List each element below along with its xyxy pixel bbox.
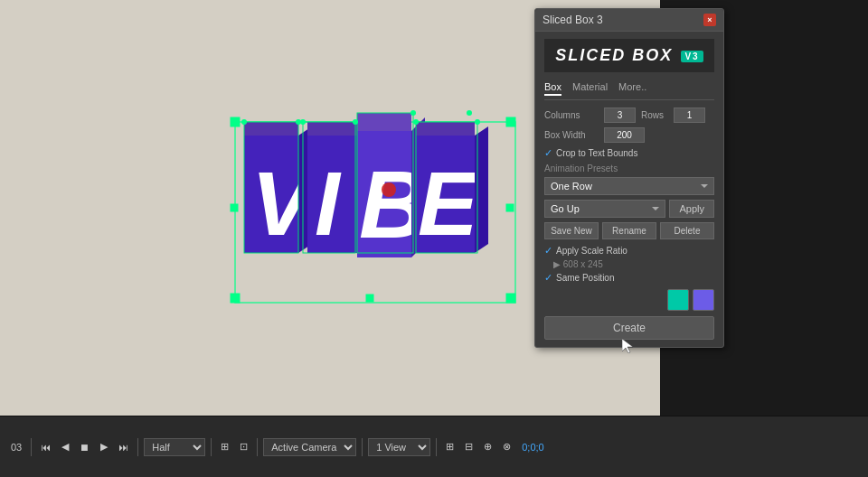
toolbar-icon-7[interactable]: ⊡ xyxy=(236,439,251,454)
preset-actions-row: Save New Rename Delete xyxy=(544,222,714,239)
svg-point-32 xyxy=(300,119,306,125)
svg-rect-3 xyxy=(231,294,240,303)
svg-point-33 xyxy=(353,119,358,125)
timecode: 0;0;0 xyxy=(518,440,547,454)
svg-rect-8 xyxy=(506,204,514,211)
same-position-label[interactable]: Same Position xyxy=(556,273,614,283)
dialog-close-button[interactable]: × xyxy=(703,14,716,26)
bottom-toolbar: 03 ⏮ ◀ ⏹ ▶ ⏭ Half Full Quarter ⊞ ⊡ Activ… xyxy=(0,416,868,477)
box-width-input[interactable] xyxy=(604,127,645,143)
toolbar-icon-3[interactable]: ⏹ xyxy=(76,440,93,454)
columns-row: Columns Rows xyxy=(544,108,714,123)
tab-material[interactable]: Material xyxy=(572,80,608,96)
toolbar-icon-5[interactable]: ⏭ xyxy=(115,440,132,454)
vibe-scene: V I B xyxy=(127,81,533,334)
toolbar-icon-9[interactable]: ⊟ xyxy=(461,439,476,454)
size-arrow-icon: ▶ xyxy=(553,259,561,269)
size-value: ▶ 608 x 245 xyxy=(553,259,714,269)
svg-rect-4 xyxy=(506,294,515,303)
tab-more[interactable]: More.. xyxy=(618,80,646,96)
crop-checkbox-row: ✓ Crop to Text Bounds xyxy=(544,147,714,159)
apply-button[interactable]: Apply xyxy=(669,200,714,218)
plugin-header: SLICED BOX V3 xyxy=(544,39,714,72)
camera-select[interactable]: Active Camera xyxy=(263,438,356,456)
separator-1 xyxy=(31,438,32,456)
box-width-label: Box Width xyxy=(544,130,599,140)
svg-point-36 xyxy=(413,119,419,125)
svg-rect-2 xyxy=(506,117,515,126)
separator-3 xyxy=(211,438,212,456)
dialog-titlebar[interactable]: Sliced Box 3 × xyxy=(535,9,723,32)
svg-marker-25 xyxy=(475,126,488,253)
go-up-dropdown[interactable]: Go Up xyxy=(544,200,665,218)
plugin-logo: SLICED BOX V3 xyxy=(555,46,703,64)
svg-marker-17 xyxy=(357,113,411,131)
toolbar-icon-4[interactable]: ▶ xyxy=(97,439,111,454)
delete-button[interactable]: Delete xyxy=(660,222,714,239)
svg-marker-9 xyxy=(244,122,298,136)
save-new-button[interactable]: Save New xyxy=(544,222,599,239)
svg-rect-7 xyxy=(231,204,238,211)
separator-2 xyxy=(137,438,138,456)
rename-button[interactable]: Rename xyxy=(602,222,656,239)
svg-point-34 xyxy=(410,110,416,116)
crop-check-icon: ✓ xyxy=(544,147,552,159)
same-position-check-icon: ✓ xyxy=(544,272,552,284)
box-width-row: Box Width xyxy=(544,127,714,143)
color-swatch-teal[interactable] xyxy=(667,289,689,311)
scale-ratio-label[interactable]: Apply Scale Ratio xyxy=(556,246,627,256)
svg-marker-13 xyxy=(307,122,357,136)
dialog-body: SLICED BOX V3 Box Material More.. Column… xyxy=(535,32,723,347)
color-swatch-purple[interactable] xyxy=(693,289,714,311)
create-button[interactable]: Create xyxy=(544,316,714,340)
tabs: Box Material More.. xyxy=(544,80,714,100)
dialog-title: Sliced Box 3 xyxy=(542,14,603,26)
columns-label: Columns xyxy=(544,110,599,120)
scale-ratio-row: ✓ Apply Scale Ratio xyxy=(544,245,714,257)
version-badge: V3 xyxy=(681,51,703,62)
svg-rect-6 xyxy=(366,295,373,302)
rows-label: Rows xyxy=(641,110,668,120)
separator-4 xyxy=(257,438,258,456)
svg-point-21 xyxy=(382,182,396,197)
svg-point-35 xyxy=(467,110,472,116)
svg-rect-1 xyxy=(231,117,240,126)
one-row-dropdown[interactable]: One Row xyxy=(544,177,714,195)
svg-marker-22 xyxy=(416,122,475,136)
views-select[interactable]: 1 View 2 Views 4 Views xyxy=(368,438,430,456)
toolbar-icon-2[interactable]: ◀ xyxy=(58,439,72,454)
toolbar-icon-10[interactable]: ⊕ xyxy=(480,439,495,454)
crop-label[interactable]: Crop to Text Bounds xyxy=(556,148,637,158)
animation-presets-label: Animation Presets xyxy=(544,164,714,173)
toolbar-icon-6[interactable]: ⊞ xyxy=(217,439,232,454)
frame-number: 03 xyxy=(7,440,25,454)
preset-apply-row: Go Up Apply xyxy=(544,200,714,218)
separator-5 xyxy=(362,438,363,456)
columns-input[interactable] xyxy=(604,108,636,123)
separator-6 xyxy=(436,438,437,456)
sliced-box-dialog: Sliced Box 3 × SLICED BOX V3 Box Materia… xyxy=(534,8,724,348)
svg-point-30 xyxy=(241,119,247,125)
same-position-row: ✓ Same Position xyxy=(544,272,714,284)
svg-point-37 xyxy=(475,119,480,125)
scale-ratio-check-icon: ✓ xyxy=(544,245,552,257)
svg-text:E: E xyxy=(418,153,481,254)
toolbar-icon-1[interactable]: ⏮ xyxy=(37,440,54,454)
toolbar-icon-11[interactable]: ⊗ xyxy=(499,439,514,454)
color-swatches-row xyxy=(544,289,714,311)
rows-input[interactable] xyxy=(674,108,705,123)
quality-select[interactable]: Half Full Quarter xyxy=(144,438,205,456)
svg-text:I: I xyxy=(315,153,342,254)
tab-box[interactable]: Box xyxy=(544,80,561,96)
toolbar-icon-8[interactable]: ⊞ xyxy=(442,439,458,454)
